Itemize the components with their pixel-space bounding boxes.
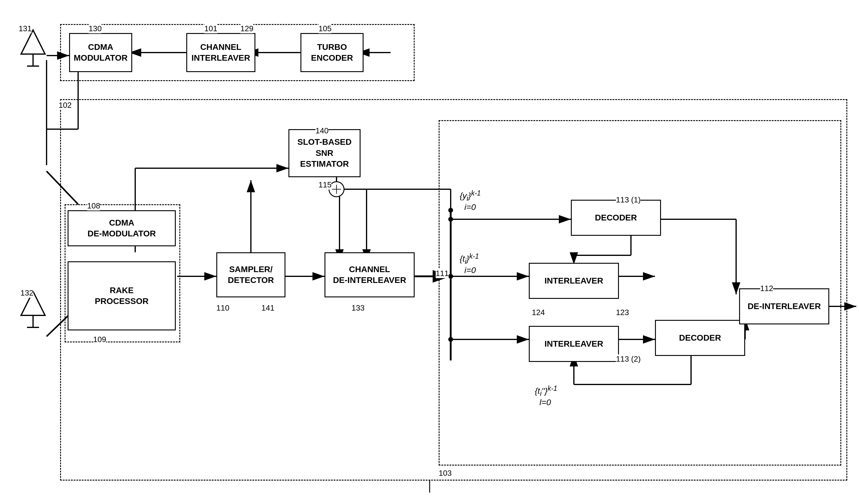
de-interleaver-block: DE-INTERLEAVER [739, 288, 829, 324]
ref-132: 132 [20, 288, 33, 297]
ref-113-2: 113 (2) [616, 354, 641, 364]
ref-111: 111 [436, 269, 449, 278]
ref-101: 101 [204, 24, 217, 33]
ref-130: 130 [89, 24, 102, 33]
ref-124-top: 124 [532, 308, 545, 317]
ref-103: 103 [439, 469, 452, 478]
ref-109: 109 [93, 335, 106, 344]
cdma-modulator-block: CDMAMODULATOR [69, 33, 132, 72]
ref-102: 102 [59, 101, 72, 110]
antenna-131 [18, 27, 48, 69]
sampler-detector-block: SAMPLER/DETECTOR [216, 252, 285, 297]
decoder-2-block: DECODER [655, 320, 745, 356]
channel-deinterleaver-block: CHANNELDE-INTERLEAVER [325, 252, 415, 297]
decoder-1-block: DECODER [571, 200, 661, 236]
yi-label: {yi}k-1 i=0 [460, 189, 481, 212]
svg-marker-54 [21, 30, 45, 54]
ref-129: 129 [240, 24, 253, 33]
interleaver-bottom-block: INTERLEAVER [529, 326, 619, 362]
ref-141: 141 [261, 303, 274, 313]
ref-108: 108 [87, 201, 100, 211]
ref-133: 133 [351, 303, 364, 313]
ref-140: 140 [315, 126, 328, 136]
ref-115: 115 [318, 180, 331, 189]
cdma-demodulator-block: CDMADE-MODULATOR [67, 210, 176, 246]
rake-processor-block: RAKEPROCESSOR [67, 261, 176, 331]
ref-113-1: 113 (1) [616, 195, 641, 204]
ti2-label: {ti''}k-1 l=0 [535, 384, 557, 407]
ref-112: 112 [760, 284, 773, 293]
ref-110: 110 [216, 303, 229, 313]
channel-interleaver-tx-block: CHANNELINTERLEAVER [186, 33, 255, 72]
ref-131: 131 [19, 24, 32, 33]
snr-estimator-block: SLOT-BASEDSNRESTIMATOR [288, 129, 361, 177]
ti1-label: {ti}k-1 i=0 [460, 252, 479, 275]
ref-105: 105 [318, 24, 331, 33]
interleaver-top-block: INTERLEAVER [529, 263, 619, 299]
turbo-encoder-block: TURBOENCODER [300, 33, 364, 72]
ref-123: 123 [616, 308, 629, 317]
